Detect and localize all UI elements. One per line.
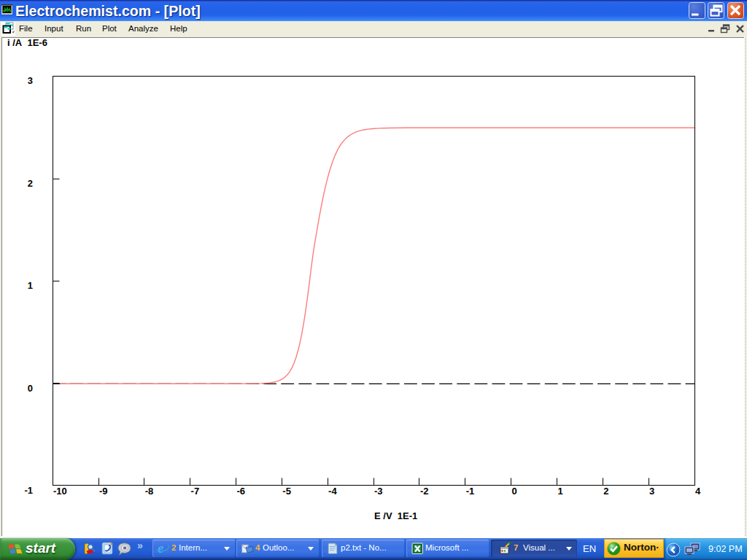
svg-text:4: 4	[695, 486, 701, 497]
svg-text:2: 2	[28, 178, 33, 189]
svg-text:3: 3	[28, 75, 33, 86]
svg-text:-3: -3	[374, 486, 383, 497]
svg-text:2: 2	[603, 486, 608, 497]
svg-text:1: 1	[557, 486, 562, 497]
svg-text:-1: -1	[466, 486, 475, 497]
svg-text:-8: -8	[145, 486, 154, 497]
svg-text:-5: -5	[282, 486, 291, 497]
svg-text:0: 0	[512, 486, 517, 497]
svg-text:1: 1	[28, 280, 33, 291]
svg-text:-1: -1	[24, 485, 33, 496]
svg-text:3: 3	[649, 486, 654, 497]
svg-text:-9: -9	[99, 486, 108, 497]
svg-text:E /V 1E-1: E /V 1E-1	[374, 510, 417, 521]
svg-text:-7: -7	[191, 486, 200, 497]
svg-text:-2: -2	[420, 486, 429, 497]
svg-text:-10: -10	[53, 486, 67, 497]
svg-text:0: 0	[28, 383, 33, 394]
svg-text:-6: -6	[236, 486, 245, 497]
svg-text:i /A 1E-6: i /A 1E-6	[7, 37, 47, 48]
svg-text:-4: -4	[328, 486, 337, 497]
